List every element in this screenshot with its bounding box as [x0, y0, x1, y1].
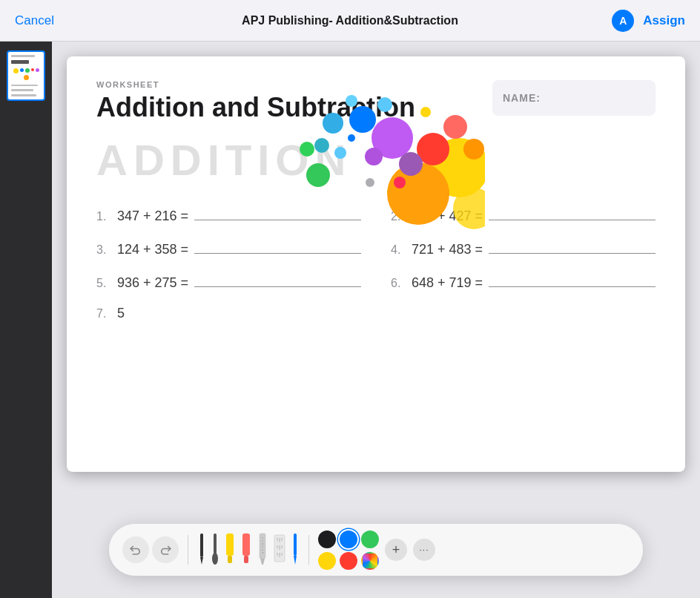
problem-1-eq: 347 + 216 = [117, 208, 188, 224]
svg-point-24 [212, 553, 218, 565]
svg-rect-26 [228, 556, 232, 563]
problem-6: 6. 648 + 719 = [391, 272, 656, 291]
ruler-tool[interactable] [257, 530, 268, 569]
svg-point-20 [348, 134, 355, 142]
svg-rect-27 [242, 533, 250, 556]
avatar: A [612, 10, 634, 32]
problem-5-num: 5. [96, 277, 111, 290]
sidebar-thumbnail[interactable] [7, 50, 45, 101]
svg-point-17 [394, 177, 406, 188]
problem-6-answer[interactable] [489, 272, 656, 287]
toolbar-divider-1 [188, 535, 188, 565]
top-right-actions: A Assign [612, 10, 685, 32]
svg-rect-21 [200, 533, 203, 557]
svg-point-7 [399, 152, 423, 176]
ruler-2-tool[interactable] [273, 530, 286, 569]
svg-point-8 [365, 148, 383, 165]
problem-3: 3. 124 + 358 = [96, 239, 361, 257]
name-box: NAME: [492, 80, 656, 116]
problem-3-eq: 124 + 358 = [117, 242, 188, 257]
worksheet-page: WORKSHEET Addition and Subtraction NAME: [67, 56, 685, 472]
brush-tool[interactable] [211, 530, 219, 569]
svg-point-11 [346, 95, 357, 107]
problem-7-num: 7. [96, 307, 111, 321]
problem-4-eq: 721 + 483 = [412, 242, 483, 257]
problem-5-eq: 936 + 275 = [117, 275, 188, 291]
undo-button[interactable] [122, 536, 149, 563]
problem-6-num: 6. [391, 277, 406, 290]
svg-point-19 [366, 178, 374, 187]
problem-4-answer[interactable] [489, 239, 656, 254]
color-black[interactable] [318, 530, 336, 548]
problem-5: 5. 936 + 275 = [96, 272, 361, 291]
color-red[interactable] [340, 552, 357, 570]
svg-point-9 [349, 106, 376, 133]
problem-7: 7. 5 [96, 306, 656, 321]
svg-point-18 [420, 107, 431, 117]
color-swatch-group [318, 530, 379, 570]
problem-6-eq: 648 + 719 = [412, 275, 483, 291]
sidebar [0, 42, 52, 598]
problem-2-answer[interactable] [489, 206, 656, 220]
pink-marker-tool[interactable] [240, 530, 252, 569]
svg-marker-36 [260, 559, 265, 565]
active-blue-pen-tool[interactable] [291, 530, 300, 569]
svg-marker-48 [294, 556, 297, 565]
svg-rect-23 [214, 533, 217, 554]
document-area: WORKSHEET Addition and Subtraction NAME: [52, 42, 700, 598]
svg-marker-22 [200, 557, 203, 565]
color-gradient[interactable] [361, 552, 379, 570]
svg-point-12 [323, 113, 343, 134]
problem-4: 4. 721 + 483 = [391, 239, 656, 257]
color-yellow[interactable] [318, 552, 336, 570]
pen-tool[interactable] [197, 530, 206, 569]
problem-7-partial: 5 [117, 306, 125, 321]
problem-3-answer[interactable] [194, 239, 361, 254]
drawing-toolbar: + ··· [109, 524, 643, 576]
svg-rect-28 [244, 556, 248, 563]
redo-button[interactable] [152, 536, 179, 563]
problem-4-num: 4. [391, 243, 406, 257]
svg-point-10 [377, 97, 392, 112]
problem-1-num: 1. [96, 210, 111, 223]
toolbar-divider-2 [308, 535, 309, 565]
problem-5-answer[interactable] [194, 272, 361, 287]
svg-rect-29 [260, 533, 265, 559]
color-blue[interactable] [340, 530, 357, 548]
problem-3-num: 3. [96, 243, 111, 257]
color-row-1 [318, 530, 379, 548]
name-label: NAME: [503, 92, 541, 104]
svg-point-13 [314, 138, 329, 153]
main-area: WORKSHEET Addition and Subtraction NAME: [0, 42, 700, 598]
add-color-button[interactable]: + [385, 539, 407, 561]
svg-point-4 [443, 115, 467, 139]
pen-tool-group [197, 530, 300, 569]
svg-point-16 [300, 142, 314, 157]
top-bar: Cancel APJ Publishing- Addition&Subtract… [0, 0, 700, 42]
svg-rect-47 [294, 533, 297, 556]
color-green[interactable] [361, 530, 379, 548]
svg-point-14 [334, 147, 346, 159]
document-title: APJ Publishing- Addition&Subtraction [242, 14, 458, 27]
more-options-button[interactable]: ··· [413, 539, 435, 561]
color-row-2 [318, 552, 379, 570]
undo-redo-group [122, 536, 179, 563]
assign-button[interactable]: Assign [643, 13, 685, 28]
svg-point-5 [463, 139, 484, 160]
marker-tool[interactable] [224, 530, 236, 569]
svg-point-15 [306, 163, 330, 187]
svg-rect-25 [226, 533, 234, 556]
dots-decoration [277, 79, 485, 227]
cancel-button[interactable]: Cancel [15, 13, 54, 28]
